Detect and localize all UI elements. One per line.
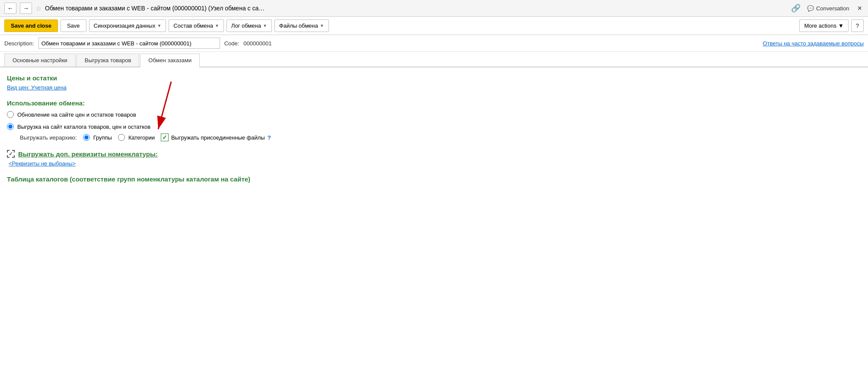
more-actions-button[interactable]: More actions ▼ xyxy=(799,19,848,32)
radio-groups[interactable] xyxy=(83,134,90,141)
radio-item-catalog-wrapper: Выгрузка на сайт каталога товаров, цен и… xyxy=(7,123,861,141)
attached-files-label: Выгружать присоединенные файлы xyxy=(171,134,265,141)
prices-section-title: Цены и остатки xyxy=(7,74,861,82)
conversation-button[interactable]: 💬 Conversation xyxy=(805,4,852,13)
prices-section: Цены и остатки Вид цен: Учетная цена xyxy=(7,74,861,91)
conversation-icon: 💬 xyxy=(807,5,814,12)
files-label: Файлы обмена xyxy=(279,22,318,29)
title-actions: 🔗 💬 Conversation × xyxy=(791,3,864,13)
log-dropdown-arrow: ▼ xyxy=(263,23,267,28)
catalog-table-title: Таблица каталогов (соответствие групп но… xyxy=(7,175,861,183)
extra-requisites-checkbox[interactable]: ✓ xyxy=(7,150,15,158)
composition-dropdown-arrow: ▼ xyxy=(215,23,219,28)
faq-link[interactable]: Ответы на часто задаваемые вопросы xyxy=(763,40,864,47)
more-actions-dropdown-arrow: ▼ xyxy=(838,22,844,29)
composition-label: Состав обмена xyxy=(173,22,213,29)
log-button[interactable]: Лог обмена ▼ xyxy=(227,19,272,32)
extra-requisites-checkmark: ✓ xyxy=(9,151,13,157)
price-type-link[interactable]: Вид цен: Учетная цена xyxy=(7,84,67,91)
tab-product-export[interactable]: Выгрузка товаров xyxy=(77,54,140,67)
sync-button[interactable]: Синхронизация данных ▼ xyxy=(89,19,166,32)
help-button[interactable]: ? xyxy=(851,19,864,32)
forward-button[interactable]: → xyxy=(20,3,32,14)
favorite-icon[interactable]: ☆ xyxy=(35,4,41,13)
description-bar: Description: Code: 000000001 Ответы на ч… xyxy=(0,35,868,52)
composition-button[interactable]: Состав обмена ▼ xyxy=(169,19,224,32)
usage-radio-group: Обновление на сайте цен и остатков товар… xyxy=(7,111,861,141)
description-label: Description: xyxy=(4,40,34,47)
back-button[interactable]: ← xyxy=(4,3,16,14)
tabs: Основные настройки Выгрузка товаров Обме… xyxy=(0,54,868,67)
conversation-label: Conversation xyxy=(816,5,849,12)
radio-item-catalog: Выгрузка на сайт каталога товаров, цен и… xyxy=(7,123,861,130)
radio-categories-item: Категории xyxy=(118,134,155,141)
radio-groups-item: Группы xyxy=(83,134,112,141)
log-label: Лог обмена xyxy=(231,22,261,29)
attached-files-checkbox[interactable]: ✓ xyxy=(161,134,169,141)
usage-section: Использование обмена: Обновление на сайт… xyxy=(7,99,861,141)
close-button[interactable]: × xyxy=(855,4,864,13)
sync-label: Синхронизация данных xyxy=(94,22,156,29)
more-actions-label: More actions xyxy=(804,22,836,29)
radio-categories-label: Категории xyxy=(128,134,155,141)
sub-options-wrapper: Выгружать иерархию: Группы Категории ✓ xyxy=(7,134,861,141)
sub-options: Выгружать иерархию: Группы Категории ✓ xyxy=(20,134,861,141)
code-value: 000000001 xyxy=(243,40,271,47)
save-button[interactable]: Save xyxy=(61,19,86,32)
files-button[interactable]: Файлы обмена ▼ xyxy=(274,19,329,32)
code-label: Code: xyxy=(224,40,239,47)
attached-files-item: ✓ Выгружать присоединенные файлы ? xyxy=(161,134,271,141)
checkmark-icon: ✓ xyxy=(162,134,167,141)
toolbar: Save and close Save Синхронизация данных… xyxy=(0,17,868,35)
usage-section-title: Использование обмена: xyxy=(7,99,861,107)
attached-files-help[interactable]: ? xyxy=(268,134,271,141)
extra-requisites-label[interactable]: Выгружать доп. реквизиты номенклатуры: xyxy=(18,150,158,158)
radio-catalog[interactable] xyxy=(7,123,14,130)
requisites-link-wrapper: <Реквизиты не выбраны> xyxy=(9,160,861,167)
extra-requisites-section: ✓ Выгружать доп. реквизиты номенклатуры: xyxy=(7,150,861,158)
tab-order-exchange[interactable]: Обмен заказами xyxy=(140,54,200,67)
radio-categories[interactable] xyxy=(118,134,125,141)
files-dropdown-arrow: ▼ xyxy=(320,23,324,28)
title-bar: ← → ☆ Обмен товарами и заказами с WEB - … xyxy=(0,0,868,17)
radio-catalog-label: Выгрузка на сайт каталога товаров, цен и… xyxy=(17,124,150,130)
radio-item-prices: Обновление на сайте цен и остатков товар… xyxy=(7,111,861,118)
radio-groups-label: Группы xyxy=(93,134,112,141)
requisites-link[interactable]: <Реквизиты не выбраны> xyxy=(9,160,76,167)
sync-dropdown-arrow: ▼ xyxy=(157,23,161,28)
radio-prices[interactable] xyxy=(7,111,14,118)
tab-basic-settings[interactable]: Основные настройки xyxy=(4,54,76,67)
hierarchy-label: Выгружать иерархию: xyxy=(20,134,77,141)
radio-prices-label: Обновление на сайте цен и остатков товар… xyxy=(17,111,136,118)
save-and-close-button[interactable]: Save and close xyxy=(4,19,58,32)
link-icon[interactable]: 🔗 xyxy=(791,3,801,13)
description-input[interactable] xyxy=(38,38,220,49)
content-area: Цены и остатки Вид цен: Учетная цена Исп… xyxy=(0,67,868,190)
page-title: Обмен товарами и заказами с WEB - сайтом… xyxy=(45,5,788,12)
